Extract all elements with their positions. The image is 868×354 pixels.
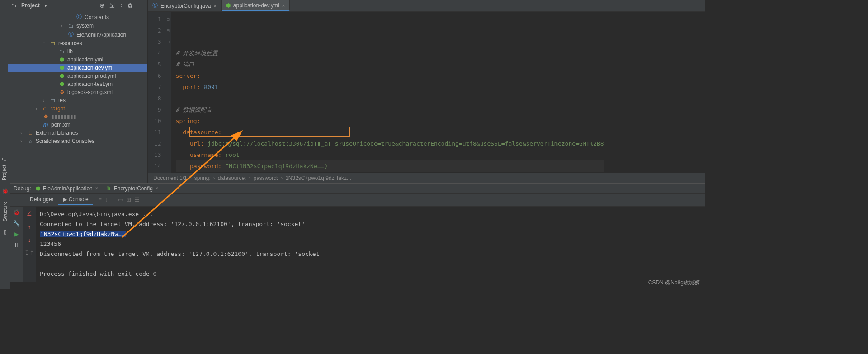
code-line[interactable]: driver-cl▮▮s-name: com.mysql.cj.jdbc.Dri… xyxy=(176,172,604,173)
tree-item[interactable]: ⬢ application-test.yml xyxy=(8,80,147,88)
debug-strip-icon[interactable]: 🐞 xyxy=(2,188,9,194)
code-line[interactable] xyxy=(176,93,604,104)
tab-label: application-dev.yml xyxy=(233,2,279,9)
breadcrumb[interactable]: Document 1/1›spring:›datasource:›passwor… xyxy=(148,173,705,183)
code-line[interactable]: server: xyxy=(176,70,604,81)
tree-item[interactable]: m pom.xml xyxy=(8,121,147,129)
editor-body[interactable]: 1234567891011121314 ⊟⊟⊟ # 开发环境配置# 端口serv… xyxy=(148,12,705,173)
tree-item[interactable]: 🗀 lib xyxy=(8,47,147,56)
debug-tool-icons[interactable]: ≡ ↓ ↑ ▭ ⊞ ☰ xyxy=(94,197,140,203)
tree-node-label: application.yml xyxy=(67,57,103,63)
bookmark-strip-icon[interactable]: ▯ xyxy=(4,229,7,235)
tree-node-icon: 🗀 xyxy=(42,105,49,112)
tree-item[interactable]: Ⓒ Constants xyxy=(8,12,147,22)
tree-item[interactable]: › 🗀 system xyxy=(8,22,147,30)
code-line[interactable]: datasource: xyxy=(176,127,604,138)
config-icon: ⬢ xyxy=(36,185,40,192)
run-config[interactable]: ⬢ EleAdminApplication × xyxy=(36,185,99,192)
tool-window-tab-project[interactable]: Project 🗀 xyxy=(0,0,8,183)
tree-item[interactable]: › 🗀 test xyxy=(8,96,147,104)
project-tree[interactable]: Ⓒ Constants› 🗀 system Ⓒ EleAdminApplicat… xyxy=(8,11,147,183)
close-icon[interactable]: × xyxy=(213,3,216,9)
step-over-icon[interactable]: ≡ xyxy=(99,197,102,203)
config-label: EncryptorConfig xyxy=(114,185,153,192)
debug-pause-icon[interactable]: ⏸ xyxy=(14,242,19,248)
breadcrumb-item[interactable]: Document 1/1 xyxy=(153,175,187,181)
tree-node-icon: 𝕃 xyxy=(27,130,34,136)
tree-item[interactable]: ❖ ▮▮▮▮▮▮▮▮ xyxy=(8,113,147,121)
step-into-icon[interactable]: ↓ xyxy=(105,197,108,203)
divide-icon[interactable]: ÷ xyxy=(119,2,123,9)
gear-icon[interactable]: ✿ xyxy=(127,2,133,9)
tree-node-label: Constants xyxy=(85,14,109,20)
tree-item[interactable]: ⬢ application-prod.yml xyxy=(8,72,147,80)
target-icon[interactable]: ⊕ xyxy=(99,2,105,9)
tree-arrow-icon[interactable]: › xyxy=(61,24,66,28)
editor-tab[interactable]: Ⓒ EncryptorConfig.java × xyxy=(148,0,222,11)
frames-icon[interactable]: ▭ xyxy=(118,197,123,203)
tree-item[interactable]: ⬢ application-dev.yml xyxy=(8,64,147,72)
code-line[interactable]: # 端口 xyxy=(176,59,604,70)
tab-label: Console xyxy=(69,196,89,203)
console-side-tools[interactable]: ∠ ↑ ↓ ↧↥ xyxy=(23,207,36,282)
up-arrow-icon[interactable]: ↑ xyxy=(28,223,31,230)
down-arrow-icon[interactable]: ↓ xyxy=(28,236,31,243)
fold-gutter[interactable]: ⊟⊟⊟ xyxy=(165,12,171,173)
code-line[interactable]: # 数据源配置 xyxy=(176,104,604,115)
breadcrumb-item[interactable]: spring: xyxy=(194,175,211,181)
code-line[interactable]: username: root xyxy=(176,149,604,160)
console-output[interactable]: D:\Develop\Java\bin\java.exe ...Connecte… xyxy=(36,207,705,282)
tree-item[interactable]: ⬢ application.yml xyxy=(8,56,147,64)
tree-arrow-icon[interactable]: › xyxy=(20,139,25,144)
tree-node-icon: ❖ xyxy=(42,113,49,120)
debug-tab[interactable]: ▶Console xyxy=(58,194,93,205)
threads-icon[interactable]: ⊞ xyxy=(127,197,131,203)
console-line: Connected to the target VM, address: '12… xyxy=(40,219,702,229)
project-panel-header: 🗀 Project ▾ ⊕ ⇲ ÷ ✿ — xyxy=(8,0,147,11)
layout-icon[interactable]: ☰ xyxy=(135,197,140,203)
tree-item[interactable]: › ⌕ Scratches and Consoles xyxy=(8,137,147,145)
breadcrumb-item[interactable]: password: xyxy=(253,175,278,181)
debug-bug-icon[interactable]: 🐞 xyxy=(13,209,20,216)
debug-tool-icon[interactable]: 🔧 xyxy=(13,220,20,227)
tab-label: EncryptorConfig.java xyxy=(160,3,211,9)
code-area[interactable]: # 开发环境配置# 端口server: port: 8091# 数据源配置spr… xyxy=(171,12,604,173)
tree-item[interactable]: Ⓒ EleAdminApplication xyxy=(8,30,147,39)
project-title: Project xyxy=(21,2,40,9)
expand-icon[interactable]: ⇲ xyxy=(109,2,115,9)
minimize-icon[interactable]: — xyxy=(137,2,144,9)
debug-play-icon[interactable]: ▶ xyxy=(14,231,19,237)
tree-item[interactable]: › 𝕃 External Libraries xyxy=(8,129,147,137)
run-config[interactable]: 🗎 EncryptorConfig × xyxy=(106,185,159,192)
code-line[interactable]: # 开发环境配置 xyxy=(176,47,604,59)
tree-arrow-icon[interactable]: ˅ xyxy=(43,41,47,46)
close-icon[interactable]: × xyxy=(156,185,159,192)
tree-node-label: application-dev.yml xyxy=(67,65,113,71)
tree-arrow-icon[interactable]: › xyxy=(43,98,47,103)
tree-arrow-icon[interactable]: › xyxy=(36,106,40,111)
tree-item[interactable]: › 🗀 target xyxy=(8,104,147,113)
breadcrumb-item[interactable]: 1N32sC+pwo1qf9dzHakz... xyxy=(285,175,351,181)
code-line[interactable]: password: ENC(1N32sC+pwo1qf9dzHakzNw==) xyxy=(176,160,604,172)
step-out-icon[interactable]: ↑ xyxy=(112,197,114,203)
tree-item[interactable]: ˅ 🗀 resources xyxy=(8,39,147,47)
clear-icon[interactable]: ∠ xyxy=(27,210,32,217)
code-line[interactable]: spring: xyxy=(176,115,604,127)
structure-tab-label[interactable]: Structure xyxy=(2,201,8,222)
close-icon[interactable]: × xyxy=(282,3,285,8)
tree-arrow-icon[interactable]: › xyxy=(20,131,25,136)
dropdown-icon[interactable]: ▾ xyxy=(44,2,47,9)
config-icon: 🗎 xyxy=(106,185,111,192)
debug-window-tools[interactable]: 🐞 🔧 ▶ ⏸ xyxy=(10,207,23,282)
tree-item[interactable]: ❖ logback-spring.xml xyxy=(8,88,147,96)
editor-tab[interactable]: ⬢ application-dev.yml × xyxy=(222,0,290,11)
close-icon[interactable]: × xyxy=(95,185,99,192)
code-line[interactable]: port: 8091 xyxy=(176,81,604,93)
debug-tab[interactable]: Debugger xyxy=(25,194,58,205)
debug-tabs-row: Debugger▶Console ≡ ↓ ↑ ▭ ⊞ ☰ xyxy=(10,194,705,207)
code-line[interactable]: url: jdbc:mysql://localhost:3306/io▮▮_a▮… xyxy=(176,138,604,149)
tree-node-label: test xyxy=(58,97,67,104)
soft-wrap-icon[interactable]: ↧↥ xyxy=(24,250,34,256)
breadcrumb-item[interactable]: datasource: xyxy=(218,175,246,181)
tree-node-label: lib xyxy=(67,48,73,55)
